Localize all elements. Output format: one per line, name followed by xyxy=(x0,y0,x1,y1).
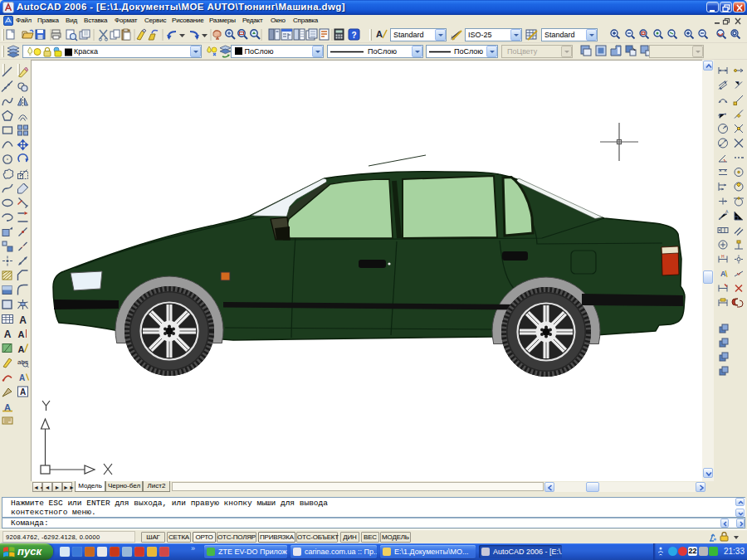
svg-text:A: A xyxy=(725,209,729,214)
svg-text:A: A xyxy=(4,329,12,340)
svg-text:A: A xyxy=(18,329,25,339)
svg-text:A: A xyxy=(19,373,25,382)
svg-text:H: H xyxy=(721,254,725,259)
svg-text:A: A xyxy=(376,29,383,39)
svg-text:A: A xyxy=(19,314,27,326)
svg-text:A: A xyxy=(20,387,26,397)
svg-text:A: A xyxy=(18,344,25,354)
